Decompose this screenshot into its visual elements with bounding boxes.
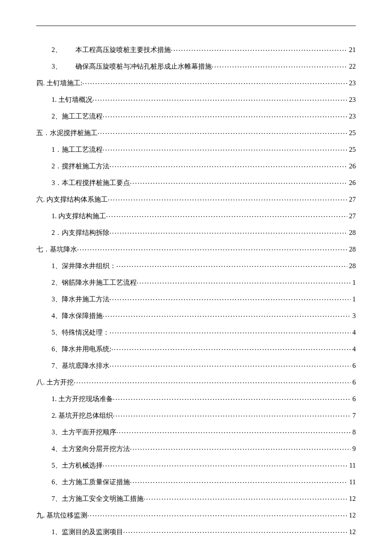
toc-entry-label: 本工程高压旋喷桩主要技术措施 [75, 46, 171, 53]
toc-entry: 1、深井降水井组织：28 [36, 261, 356, 269]
toc-entry-page: 4 [351, 346, 356, 353]
toc-dot-leader [113, 411, 351, 418]
toc-dot-leader [130, 178, 347, 185]
toc-dot-leader [77, 245, 347, 251]
toc-entry-page: 8 [351, 429, 356, 436]
toc-entry: 2．内支撑结构拆除28 [36, 228, 356, 236]
toc-entry-label: 1. 土钉墙概况 [52, 96, 92, 103]
toc-entry-page: 28 [347, 229, 356, 236]
toc-entry: 3、降水井施工方法1 [36, 295, 356, 303]
toc-entry: 5、土方机械选择11 [36, 461, 356, 469]
toc-entry: 2. 基坑开挖总体组织7 [36, 411, 356, 419]
toc-entry-label: 2．内支撑结构拆除 [52, 229, 110, 236]
toc-entry-page: 23 [347, 96, 356, 103]
toc-entry: 5、特殊情况处理：4 [36, 328, 356, 336]
toc-entry-label: 2．搅拌桩施工方法 [52, 163, 110, 170]
toc-entry-page: 3 [351, 312, 356, 319]
toc-entry-page: 11 [348, 479, 356, 486]
toc-dot-leader [110, 228, 347, 235]
toc-entry-number: 2、 [52, 46, 75, 53]
toc-entry: 2、施工工艺流程23 [36, 112, 356, 120]
toc-entry: 7、土方施工安全文明施工措施12 [36, 494, 356, 502]
toc-dot-leader [110, 328, 351, 335]
toc-dot-leader [116, 428, 351, 434]
toc-dot-leader [103, 461, 348, 468]
toc-entry: 1. 土方开挖现场准备6 [36, 394, 356, 402]
toc-dot-leader [113, 394, 351, 401]
toc-entry-label: 八. 土方开挖 [36, 379, 74, 386]
toc-dot-leader [110, 361, 351, 368]
toc-dot-leader [171, 45, 347, 52]
toc-entry-page: 21 [347, 46, 356, 53]
toc-entry-page: 1 [351, 296, 356, 303]
toc-entry: 2、本工程高压旋喷桩主要技术措施21 [36, 45, 356, 53]
toc-entry-page: 25 [347, 130, 356, 136]
toc-dot-leader [74, 378, 351, 384]
toc-entry-number: 3、 [52, 63, 75, 70]
toc-entry: 1. 土钉墙概况23 [36, 95, 356, 103]
toc-entry-label: 4、降水保障措施 [52, 312, 103, 319]
toc-entry: 6、降水井用电系统:4 [36, 344, 356, 353]
table-of-contents: 2、本工程高压旋喷桩主要技术措施213、确保高压旋喷桩与冲钻孔桩形成止水帷幕措施… [36, 45, 356, 535]
toc-dot-leader [82, 78, 347, 85]
toc-entry-page: 26 [347, 163, 356, 170]
toc-entry-label: 3、土方平面开挖顺序 [52, 429, 116, 436]
toc-entry-label: 1．施工工艺流程 [52, 146, 103, 153]
toc-entry-page: 23 [347, 80, 356, 87]
toc-dot-leader [87, 511, 347, 517]
toc-entry-label: 6、降水井用电系统: [52, 346, 111, 353]
toc-entry-label: 4、土方竖向分层开挖方法 [52, 445, 130, 452]
toc-dot-leader [111, 344, 351, 351]
toc-entry-label: 1、监测目的及监测项目 [52, 529, 123, 535]
toc-dot-leader [110, 295, 351, 301]
toc-entry: 1．施工工艺流程25 [36, 145, 356, 153]
toc-entry: 七．基坑降水28 [36, 245, 356, 253]
toc-entry: 7、基坑底降水排水6 [36, 361, 356, 369]
toc-entry-label: 1. 土方开挖现场准备 [52, 396, 113, 402]
toc-entry-page: 1 [351, 279, 356, 286]
toc-entry: 五．水泥搅拌桩施工25 [36, 128, 356, 136]
toc-entry-page: 28 [347, 246, 356, 253]
toc-entry-label: 5、土方机械选择 [52, 462, 103, 469]
toc-entry-label: 七．基坑降水 [36, 246, 77, 253]
toc-entry-label: 2. 基坑开挖总体组织 [52, 412, 113, 419]
toc-entry-page: 12 [347, 495, 356, 502]
toc-dot-leader [137, 278, 351, 285]
toc-entry-label: 五．水泥搅拌桩施工 [36, 130, 98, 136]
toc-entry-page: 26 [347, 179, 356, 186]
toc-entry: 3．本工程搅拌桩施工要点26 [36, 178, 356, 186]
toc-entry-label: 2、钢筋降水井施工工艺流程 [52, 279, 137, 286]
toc-entry-page: 4 [351, 329, 356, 336]
toc-entry: 2、钢筋降水井施工工艺流程1 [36, 278, 356, 286]
toc-dot-leader [103, 112, 347, 119]
toc-entry: 2．搅拌桩施工方法26 [36, 162, 356, 170]
toc-entry: 八. 土方开挖6 [36, 378, 356, 386]
toc-dot-leader [110, 162, 347, 168]
toc-entry: 四. 土钉墙施工:23 [36, 78, 356, 87]
toc-entry-page: 27 [347, 196, 356, 203]
toc-entry-page: 23 [347, 113, 356, 120]
toc-entry: 1、监测目的及监测项目12 [36, 527, 356, 535]
toc-dot-leader [123, 527, 347, 534]
toc-dot-leader [103, 311, 351, 318]
toc-entry-label: 2、施工工艺流程 [52, 113, 103, 120]
toc-entry-page: 11 [348, 462, 356, 469]
toc-entry-label: 7、土方施工安全文明施工措施 [52, 495, 144, 502]
toc-dot-leader [130, 444, 351, 451]
toc-entry: 1. 内支撑结构施工27 [36, 211, 356, 220]
toc-entry-page: 27 [347, 213, 356, 220]
toc-dot-leader [98, 128, 347, 135]
toc-dot-leader [92, 95, 347, 102]
toc-dot-leader [106, 211, 347, 218]
toc-entry-label: 1、深井降水井组织： [52, 263, 116, 269]
toc-dot-leader [116, 261, 347, 268]
toc-entry-label: 3、降水井施工方法 [52, 296, 110, 303]
toc-entry-page: 12 [347, 512, 356, 519]
toc-entry: 3、确保高压旋喷桩与冲钻孔桩形成止水帷幕措施22 [36, 62, 356, 70]
toc-entry-page: 22 [347, 63, 356, 70]
toc-entry-label: 确保高压旋喷桩与冲钻孔桩形成止水帷幕措施 [75, 63, 212, 70]
toc-entry-page: 6 [351, 396, 356, 402]
toc-entry-label: 九. 基坑位移监测 [36, 512, 87, 519]
toc-entry-page: 6 [351, 379, 356, 386]
toc-entry-label: 四. 土钉墙施工: [36, 80, 82, 87]
